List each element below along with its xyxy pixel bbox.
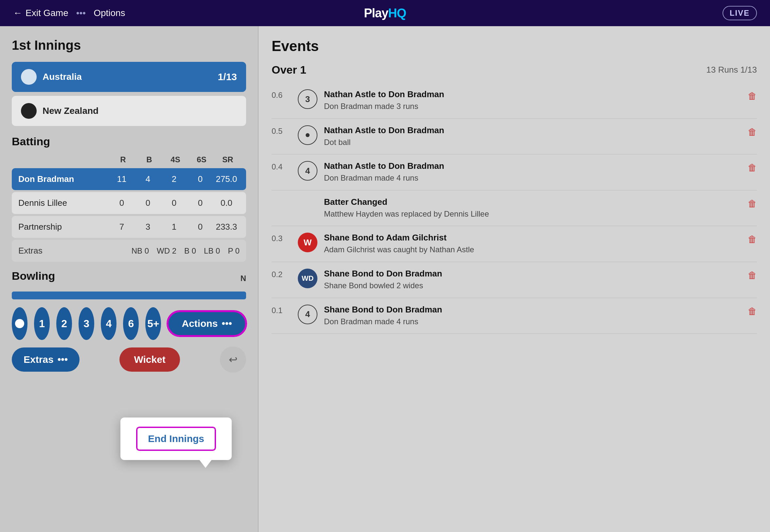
- score-5plus-label: 5+: [147, 318, 159, 330]
- dennis-lillee-r: 0: [109, 198, 135, 208]
- ball-dot-inner: [306, 133, 310, 137]
- extras-btn-dots: •••: [58, 354, 68, 365]
- event-desc-0-6: Don Bradman made 3 runs: [324, 101, 741, 112]
- delete-icon-0-2[interactable]: 🗑: [748, 269, 757, 281]
- bowling-bar: [12, 292, 246, 299]
- partnership-r: 7: [109, 222, 135, 232]
- score-1-button[interactable]: 1: [34, 307, 50, 340]
- delete-icon-0-5[interactable]: 🗑: [748, 125, 757, 137]
- event-over-0-5: 0.5: [272, 125, 291, 136]
- extras-row: Extras NB 0 WD 2 B 0 LB 0 P 0: [12, 240, 246, 262]
- event-content-0-3: Shane Bond to Adam Gilchrist Adam Gilchr…: [324, 233, 741, 255]
- over-label: Over 1: [272, 63, 306, 76]
- event-content-0-6: Nathan Astle to Don Bradman Don Bradman …: [324, 89, 741, 112]
- australia-team-card: Australia 1/13: [12, 62, 246, 92]
- event-over-0-2: 0.2: [272, 269, 291, 279]
- event-title-batter: Batter Changed: [324, 197, 741, 207]
- undo-button[interactable]: ↩: [220, 346, 246, 373]
- wd-value: WD 2: [157, 246, 176, 256]
- nz-team-card: New Zealand: [12, 96, 246, 126]
- event-content-0-4: Nathan Astle to Don Bradman Don Bradman …: [324, 161, 741, 184]
- event-desc-0-5: Dot ball: [324, 137, 741, 148]
- australia-team-icon: [21, 69, 37, 85]
- nb-value: NB 0: [132, 246, 149, 256]
- b-value: B 0: [184, 246, 196, 256]
- score-5plus-button[interactable]: 5+: [145, 307, 161, 340]
- score-6-button[interactable]: 6: [123, 307, 139, 340]
- innings-title: 1st Innings: [12, 38, 246, 53]
- partnership-4s: 1: [161, 222, 187, 232]
- partnership-row: Partnership 7 3 1 0 233.3: [12, 216, 246, 238]
- dennis-lillee-sr: 0.0: [213, 198, 240, 208]
- partnership-6s: 0: [187, 222, 213, 232]
- dot-ball-button[interactable]: [12, 307, 27, 340]
- event-title-0-6: Nathan Astle to Don Bradman: [324, 89, 741, 99]
- batting-title: Batting: [12, 135, 246, 148]
- event-item-0-5: 0.5 Nathan Astle to Don Bradman Dot ball…: [272, 119, 757, 155]
- end-innings-button[interactable]: End Innings: [137, 427, 215, 450]
- event-over-0-1: 0.1: [272, 305, 291, 315]
- event-item-0-4: 0.4 4 Nathan Astle to Don Bradman Don Br…: [272, 154, 757, 190]
- header-left: ← Exit Game ••• Options: [13, 8, 125, 18]
- actions-popup: End Innings: [120, 417, 232, 460]
- bottom-buttons-row: Extras ••• Wicket ↩: [12, 346, 246, 373]
- bowling-header-row: Bowling N: [12, 270, 246, 287]
- ball-circle-0-3: W: [298, 233, 317, 252]
- score-4-button[interactable]: 4: [101, 307, 116, 340]
- logo: PlayHQ: [364, 6, 406, 20]
- events-title: Events: [272, 38, 757, 54]
- actions-label: Actions: [182, 318, 218, 329]
- score-4-label: 4: [106, 318, 112, 330]
- australia-score: 1/13: [218, 71, 237, 82]
- delete-icon-0-6[interactable]: 🗑: [748, 89, 757, 101]
- options-label: Options: [94, 8, 125, 18]
- event-content-batter: Batter Changed Matthew Hayden was replac…: [324, 197, 741, 220]
- r-header: R: [110, 155, 136, 164]
- score-1-label: 1: [39, 318, 45, 330]
- don-bradman-row: Don Bradman 11 4 2 0 275.0: [12, 168, 246, 190]
- delete-icon-0-3[interactable]: 🗑: [748, 233, 757, 245]
- event-item-0-1: 0.1 4 Shane Bond to Don Bradman Don Brad…: [272, 298, 757, 334]
- event-item-0-6: 0.6 3 Nathan Astle to Don Bradman Don Br…: [272, 83, 757, 119]
- dennis-lillee-b: 0: [135, 198, 161, 208]
- partnership-b: 3: [135, 222, 161, 232]
- extras-button[interactable]: Extras •••: [12, 347, 80, 372]
- dennis-lillee-name: Dennis Lillee: [18, 198, 109, 208]
- over-header: Over 1 13 Runs 1/13: [272, 63, 757, 76]
- event-title-0-5: Nathan Astle to Don Bradman: [324, 125, 741, 135]
- nz-team-icon: [21, 103, 37, 119]
- logo-text: PlayHQ: [364, 6, 406, 20]
- event-title-0-4: Nathan Astle to Don Bradman: [324, 161, 741, 171]
- delete-icon-0-1[interactable]: 🗑: [748, 305, 757, 317]
- actions-button[interactable]: Actions •••: [168, 311, 246, 336]
- exit-game-button[interactable]: ← Exit Game: [13, 8, 68, 18]
- event-desc-batter: Matthew Hayden was replaced by Dennis Li…: [324, 208, 741, 220]
- arrow-left-icon: ←: [13, 8, 22, 18]
- ball-circle-0-2: WD: [298, 269, 317, 288]
- bowling-col-n: N: [241, 274, 246, 283]
- bowling-title: Bowling: [12, 270, 55, 282]
- nz-team-name: New Zealand: [43, 106, 98, 116]
- dennis-lillee-6s: 0: [187, 198, 213, 208]
- end-innings-label: End Innings: [148, 433, 204, 444]
- delete-icon-0-4[interactable]: 🗑: [748, 161, 757, 173]
- score-3-button[interactable]: 3: [79, 307, 94, 340]
- event-desc-0-2: Shane Bond bowled 2 wides: [324, 280, 741, 291]
- don-bradman-r: 11: [109, 174, 135, 184]
- event-over-batter: [272, 197, 291, 198]
- popup-box: End Innings: [120, 417, 232, 460]
- p-value: P 0: [228, 246, 240, 256]
- score-2-button[interactable]: 2: [56, 307, 72, 340]
- undo-icon: ↩: [229, 353, 238, 366]
- australia-team-name: Australia: [43, 72, 82, 82]
- options-button[interactable]: Options: [94, 8, 125, 18]
- don-bradman-b: 4: [135, 174, 161, 184]
- event-title-0-3: Shane Bond to Adam Gilchrist: [324, 233, 741, 243]
- 4s-header: 4S: [162, 155, 188, 164]
- event-desc-0-1: Don Bradman made 4 runs: [324, 316, 741, 327]
- delete-icon-batter[interactable]: 🗑: [748, 197, 757, 209]
- nz-team-info: New Zealand: [21, 103, 98, 119]
- wicket-button[interactable]: Wicket: [119, 347, 180, 372]
- extras-label: Extras: [18, 246, 132, 256]
- event-title-0-2: Shane Bond to Don Bradman: [324, 269, 741, 279]
